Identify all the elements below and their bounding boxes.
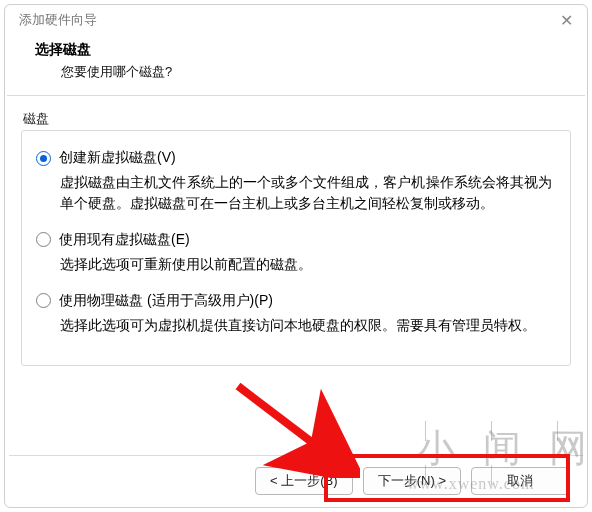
page-title: 选择磁盘 — [35, 41, 557, 59]
titlebar: 添加硬件向导 ✕ — [5, 5, 587, 35]
option-label: 使用物理磁盘 (适用于高级用户)(P) — [59, 292, 273, 310]
radio-icon[interactable] — [36, 293, 51, 308]
radio-icon[interactable] — [36, 232, 51, 247]
close-icon[interactable]: ✕ — [554, 11, 579, 30]
option-desc: 选择此选项可为虚拟机提供直接访问本地硬盘的权限。需要具有管理员特权。 — [36, 310, 556, 347]
option-label: 使用现有虚拟磁盘(E) — [59, 231, 190, 249]
option-physical[interactable]: 使用物理磁盘 (适用于高级用户)(P) 选择此选项可为虚拟机提供直接访问本地硬盘… — [36, 292, 556, 347]
option-desc: 选择此选项可重新使用以前配置的磁盘。 — [36, 249, 556, 286]
option-use-existing[interactable]: 使用现有虚拟磁盘(E) 选择此选项可重新使用以前配置的磁盘。 — [36, 231, 556, 286]
option-create-new[interactable]: 创建新虚拟磁盘(V) 虚拟磁盘由主机文件系统上的一个或多个文件组成，客户机操作系… — [36, 149, 556, 225]
radio-icon[interactable] — [36, 151, 51, 166]
group-label: 磁盘 — [21, 110, 571, 130]
option-desc: 虚拟磁盘由主机文件系统上的一个或多个文件组成，客户机操作系统会将其视为单个硬盘。… — [36, 167, 556, 225]
dialog-window: 添加硬件向导 ✕ 选择磁盘 您要使用哪个磁盘? 磁盘 创建新虚拟磁盘(V) 虚拟… — [4, 4, 588, 508]
option-label: 创建新虚拟磁盘(V) — [59, 149, 176, 167]
wizard-header: 选择磁盘 您要使用哪个磁盘? — [5, 35, 587, 95]
disk-group: 创建新虚拟磁盘(V) 虚拟磁盘由主机文件系统上的一个或多个文件组成，客户机操作系… — [21, 130, 571, 366]
watermark-text: 小闻网 — [417, 423, 588, 474]
body: 磁盘 创建新虚拟磁盘(V) 虚拟磁盘由主机文件系统上的一个或多个文件组成，客户机… — [5, 96, 587, 366]
back-button[interactable]: < 上一步(B) — [255, 467, 353, 495]
window-title: 添加硬件向导 — [19, 11, 97, 29]
page-subtitle: 您要使用哪个磁盘? — [35, 59, 557, 81]
watermark-url: www.xwenw.com — [407, 475, 534, 493]
